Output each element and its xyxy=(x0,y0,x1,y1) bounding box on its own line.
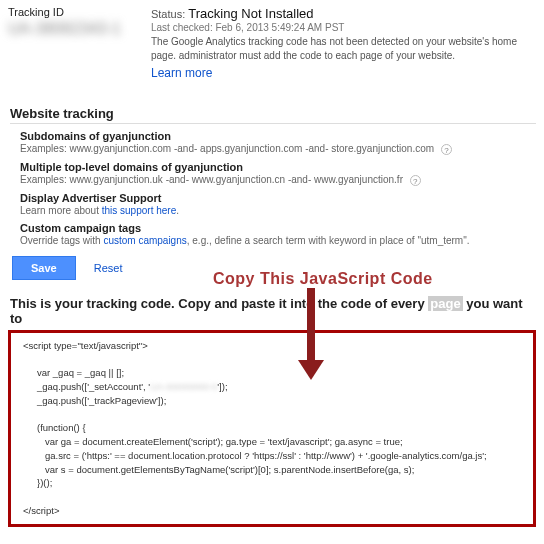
tlds-title: Multiple top-level domains of gyanjuncti… xyxy=(20,161,536,173)
code-line: })(); xyxy=(23,476,525,490)
tlds-examples: Examples: www.gyanjunction.uk -and- www.… xyxy=(20,174,403,185)
tracking-code-box[interactable]: <script type="text/javascript"> var _gaq… xyxy=(8,330,536,527)
account-id-blurred: UA-00000000-0 xyxy=(150,381,217,392)
help-icon[interactable]: ? xyxy=(410,175,421,186)
code-line: _gaq.push(['_trackPageview']); xyxy=(23,394,525,408)
status-description: The Google Analytics tracking code has n… xyxy=(151,35,521,62)
tracking-code-heading: This is your tracking code. Copy and pas… xyxy=(10,296,536,326)
advertiser-desc: Learn more about this support here. xyxy=(20,205,536,216)
status-value: Tracking Not Installed xyxy=(188,6,313,21)
campaign-desc-pre: Override tags with xyxy=(20,235,103,246)
annotation-text: Copy This JavaScript Code xyxy=(213,270,433,288)
learn-more-link[interactable]: Learn more xyxy=(151,66,212,80)
custom-campaigns-link[interactable]: custom campaigns xyxy=(103,235,186,246)
status-block: Status: Tracking Not Installed Last chec… xyxy=(151,6,521,80)
svg-marker-1 xyxy=(298,360,324,380)
advertiser-support-link[interactable]: this support here xyxy=(102,205,177,216)
advertiser-desc-pre: Learn more about xyxy=(20,205,102,216)
help-icon[interactable]: ? xyxy=(441,144,452,155)
reset-link[interactable]: Reset xyxy=(94,262,123,274)
advertiser-title: Display Advertiser Support xyxy=(20,192,536,204)
save-button[interactable]: Save xyxy=(12,256,76,280)
code-line: var ga = document.createElement('script'… xyxy=(23,435,525,449)
status-label: Status: xyxy=(151,8,185,20)
tlds-desc: Examples: www.gyanjunction.uk -and- www.… xyxy=(20,174,536,186)
code-line: var s = document.getElementsByTagName('s… xyxy=(23,463,525,477)
annotation-wrap: Copy This JavaScript Code <script type="… xyxy=(8,330,536,527)
code-line: var _gaq = _gaq || []; xyxy=(23,366,525,380)
tracking-id-block: Tracking ID UA-38082343-1 xyxy=(8,6,121,80)
advertiser-group: Display Advertiser Support Learn more ab… xyxy=(20,192,536,216)
subdomains-group: Subdomains of gyanjunction Examples: www… xyxy=(20,130,536,155)
subdomains-title: Subdomains of gyanjunction xyxy=(20,130,536,142)
code-line: <script type="text/javascript"> xyxy=(23,339,525,353)
tracking-id-label: Tracking ID xyxy=(8,6,121,18)
subdomains-desc: Examples: www.gyanjunction.com -and- app… xyxy=(20,143,536,155)
code-line: </script> xyxy=(23,504,525,518)
code-line: ga.src = ('https:' == document.location.… xyxy=(23,449,525,463)
last-checked: Last checked: Feb 6, 2013 5:49:24 AM PST xyxy=(151,22,521,33)
tlds-group: Multiple top-level domains of gyanjuncti… xyxy=(20,161,536,186)
code-line: _gaq.push(['_setAccount', 'UA-00000000-0… xyxy=(23,380,525,394)
code-line-part: _gaq.push(['_setAccount', ' xyxy=(37,381,150,392)
campaign-group: Custom campaign tags Override tags with … xyxy=(20,222,536,246)
tracking-id-value: UA-38082343-1 xyxy=(8,20,121,38)
campaign-desc: Override tags with custom campaigns, e.g… xyxy=(20,235,536,246)
subdomains-examples: Examples: www.gyanjunction.com -and- app… xyxy=(20,143,434,154)
campaign-title: Custom campaign tags xyxy=(20,222,536,234)
code-heading-pre: This is your tracking code. Copy and pas… xyxy=(10,296,428,311)
arrow-icon xyxy=(296,288,326,380)
header-row: Tracking ID UA-38082343-1 Status: Tracki… xyxy=(8,6,536,80)
code-line: (function() { xyxy=(23,421,525,435)
website-tracking-title: Website tracking xyxy=(10,106,536,124)
code-heading-highlight: page xyxy=(428,296,462,311)
code-line-part: ']); xyxy=(217,381,227,392)
campaign-desc-post: , e.g., define a search term with keywor… xyxy=(187,235,470,246)
